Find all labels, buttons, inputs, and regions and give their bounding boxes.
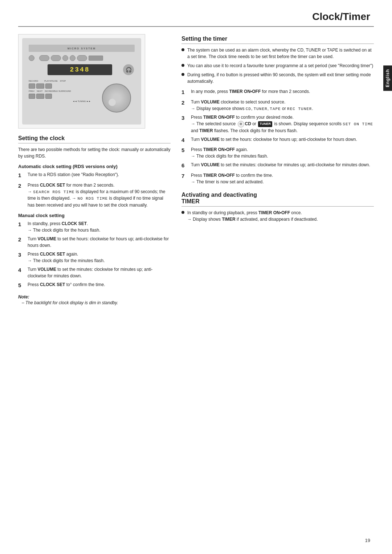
timer-step-4-number: 4 [181,136,189,144]
code-cd: CD [246,107,251,111]
bullet-dot-1 [181,48,184,51]
cd-label: CD [245,121,251,126]
clock-set-bold-2: CLOCK SET [62,221,87,226]
language-tab: English [383,65,392,91]
timer-step-1: 1 In any mode, press TIMER ON•OFF for mo… [181,88,374,97]
timer-step-3: 3 Press TIMER ON•OFF to confirm your des… [181,114,374,134]
timer-onoff-bold-4: TIMER ON•OFF [203,173,235,178]
activating-bullet-dot [181,211,184,214]
timer-step-7-arrow: → The timer is now set and activated. [191,179,264,184]
timer-step-3-content: Press TIMER ON•OFF to confirm your desir… [191,114,374,134]
timer-onoff-bold-2: TIMER ON•OFF [203,115,235,120]
auto-step-2-content: Press CLOCK SET for more than 2 seconds.… [28,182,171,208]
timer-bold-flash: TIMER [199,128,213,133]
volume-bold-5: VOLUME [201,162,220,167]
code-tuner: TUNER [254,107,268,111]
left-column: MICRO SYSTEM 2348 🎧 [18,34,171,305]
title-divider [18,26,374,27]
timer-bullet-3: During setting, if no button is pressed … [181,72,374,85]
page-title: Clock/Timer [0,0,392,26]
manual-step-2: 2 Turn VOLUME to set the hours: clockwis… [18,236,171,249]
volume-bold-2: VOLUME [38,267,56,272]
clock-set-bold-3: CLOCK SET [40,252,65,257]
activating-heading-text: Activating and deactivating [181,192,257,198]
device-image: MICRO SYSTEM 2348 🎧 [18,34,145,129]
ctrl-btn-stop [45,83,52,89]
device-disc-inner [109,99,116,106]
auto-clock-heading: Automatic clock setting (RDS versions on… [18,164,171,169]
auto-step-1-number: 1 [18,171,25,180]
note-section: Note: – The backlight for clock display … [18,294,171,305]
timer-step-2-content: Turn VOLUME clockwise to select sound so… [191,99,374,112]
auto-step-1-content: Tune to a RDS station (see "Radio Recept… [28,171,171,178]
ctrl-btn-surround [45,94,52,99]
timer-onoff-bold-1: TIMER ON•OFF [229,89,261,94]
timer-step-6-number: 6 [181,162,189,170]
device-btn-timer [51,55,61,61]
manual-step-5-number: 5 [18,281,25,290]
volume-bold-3: VOLUME [201,99,220,105]
timer-bullet-1-text: The system can be used as an alarm clock… [187,47,374,60]
page-number: 19 [365,538,370,543]
activating-bullet-text: In standby or during playback, press TIM… [187,209,318,223]
bullet-dot-3 [181,73,184,76]
ctrl-btn-play [36,83,44,89]
manual-clock-steps: 1 In standby, press CLOCK SET. → The clo… [18,220,171,290]
timer-step-2-arrow: → Display sequence shows CD, TUNER, TAPE… [191,106,313,111]
timer-onoff-bold-5: TIMER ON•OFF [258,210,290,215]
clock-set-bold-1: CLOCK SET [40,183,65,188]
device-btn-program [39,55,49,61]
manual-step-5-content: Press CLOCK SET to° confirm the time. [28,281,171,288]
timer-step-4-content: Turn VOLUME to set the hours: clockwise … [191,136,374,143]
note-title: Note: [18,294,171,300]
code-tape: TAPE [270,107,281,111]
ctrl-label-surround: INCREDIBLE SURROUND [45,90,71,92]
device-brand: MICRO SYSTEM [29,45,135,52]
manual-step-4-content: Turn VOLUME to set the minutes: clockwis… [28,266,171,279]
device-btn-clock [70,55,75,61]
activating-bullets: In standby or during playback, press TIM… [181,209,374,223]
auto-step-2-number: 2 [18,182,25,190]
ctrl-btn-record [29,83,35,89]
activating-section: Activating and deactivating TIMER In sta… [181,192,374,223]
manual-step-1: 1 In standby, press CLOCK SET. → The clo… [18,220,171,233]
timer-step-2-number: 2 [181,99,189,107]
timer-step-6-content: Turn VOLUME to set the minutes: clockwis… [191,162,374,168]
device-btn-source [77,55,87,61]
ctrl-label-prev: PREV [29,90,34,92]
timer-bullet-3-text: During setting, if no button is pressed … [187,72,374,85]
ctrl-btn-next [36,94,44,99]
timer-step-5: 5 Press TIMER ON•OFF again. → The clock … [181,146,374,159]
timer-step-1-content: In any mode, press TIMER ON•OFF for more… [191,88,374,95]
timer-step-5-content: Press TIMER ON•OFF again. → The clock di… [191,146,374,159]
manual-step-3: 3 Press CLOCK SET again. → The clock dig… [18,251,171,264]
timer-step-7: 7 Press TIMER ON•OFF to confirm the time… [181,172,374,185]
manual-step-3-arrow: → The clock digits for the minutes flash… [28,258,105,263]
auto-clock-steps: 1 Tune to a RDS station (see "Radio Rece… [18,171,171,208]
device-headphone-icon: 🎧 [123,64,134,75]
timer-step-6: 6 Turn VOLUME to set the minutes: clockw… [181,162,374,170]
timer-steps: 1 In any mode, press TIMER ON•OFF for mo… [181,88,374,185]
timer-bullets: The system can be used as an alarm clock… [181,47,374,85]
bullet-dot-2 [181,64,184,67]
device-display: 2348 [48,64,112,75]
timer-step-4: 4 Turn VOLUME to set the hours: clockwis… [181,136,374,144]
code-set-on-time: SET ON TIME [343,122,373,126]
timer-bullet-2-text: You can also use it to record a favourit… [187,62,373,69]
device-controls: RECORD PLAY•PAUSE STOP PREV NEXT INCREDI… [29,80,135,116]
tuner-badge: TUNER [258,121,272,127]
timer-step-3-number: 3 [181,114,189,122]
manual-step-1-arrow: → The clock digits for the hours flash. [28,228,101,233]
manual-step-1-number: 1 [18,220,25,229]
ctrl-label-stop: STOP [60,80,74,82]
main-content: MICRO SYSTEM 2348 🎧 [0,34,392,305]
activating-arrow: → Display shows TIMER if activated, and … [187,217,318,222]
timer-step-7-number: 7 [181,172,189,180]
manual-clock-heading: Manual clock setting [18,213,171,218]
timer-display-bold: TIMER [222,217,235,222]
auto-step-1: 1 Tune to a RDS station (see "Radio Rece… [18,171,171,180]
device-btn-rds [62,55,68,61]
manual-step-4: 4 Turn VOLUME to set the minutes: clockw… [18,266,171,279]
setting-clock-intro: There are two possible methods for setti… [18,146,171,159]
cd-icon: ⊙ [238,121,244,127]
